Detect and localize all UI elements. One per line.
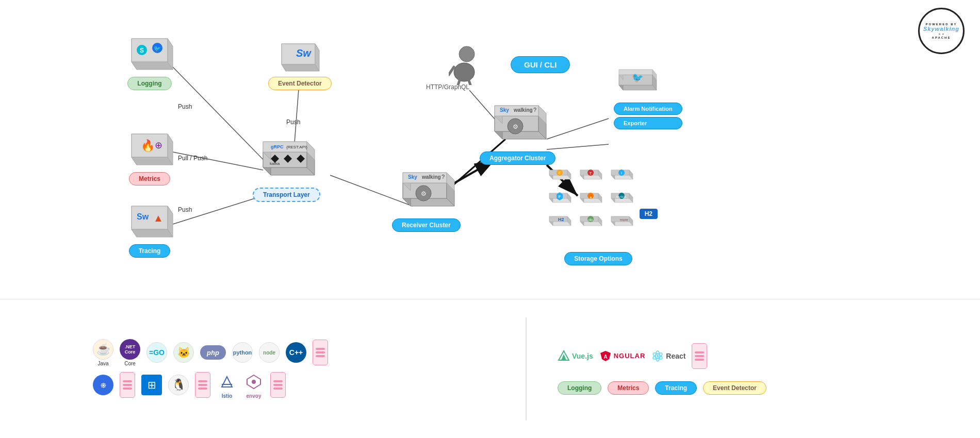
svg-marker-29 — [132, 157, 173, 165]
ui-tech-section: Vue.js A NGULAR — [537, 343, 980, 395]
divider — [526, 317, 527, 420]
linux-tech-item: 🐧 — [168, 375, 189, 395]
java-tech-item: ☕ Java — [93, 339, 113, 366]
ui-more-item — [692, 343, 707, 369]
svg-text:🐦: 🐦 — [632, 72, 644, 83]
svg-text:🔥: 🔥 — [589, 194, 593, 199]
svg-text:walking: walking — [513, 107, 533, 113]
more-tech-item — [313, 340, 328, 365]
svg-text:H2: H2 — [558, 217, 564, 222]
svg-text:MySQL: MySQL — [616, 195, 627, 198]
envoy-more-icon — [270, 372, 286, 398]
svg-line-8 — [547, 119, 609, 139]
legend-tracing: Tracing — [655, 381, 697, 395]
svg-text:S: S — [140, 47, 144, 54]
transport-layer-block: gRPC kafka {REST:API} Transport Layer — [253, 139, 320, 202]
vuejs-label: Vue.js — [572, 352, 593, 360]
ui-frameworks-row: Vue.js A NGULAR — [558, 343, 707, 369]
receiver-cluster-badge: Receiver Cluster — [392, 218, 461, 232]
svg-text:gRPC: gRPC — [271, 144, 284, 149]
metrics-block: 🔥 ⊕ Metrics — [121, 129, 178, 186]
linux-more-icon — [195, 372, 210, 398]
push-label-event: Push — [286, 119, 300, 126]
cpp-icon: C++ — [286, 342, 306, 363]
python-icon: python — [232, 342, 253, 363]
svg-line-9 — [547, 144, 609, 149]
event-detector-block: Sw Event Detector — [268, 41, 332, 90]
svg-text:⊕: ⊕ — [155, 140, 162, 150]
pull-push-label: Pull / Push — [178, 155, 207, 162]
envoy-more-item — [270, 372, 286, 398]
brand-name: Skywalking — [923, 26, 959, 32]
svg-text:🔥: 🔥 — [141, 139, 155, 153]
linux-icon: 🐧 — [168, 375, 189, 395]
metrics-badge: Metrics — [129, 172, 170, 186]
svg-text:Sw: Sw — [137, 212, 149, 221]
svg-text:I: I — [621, 171, 622, 175]
svg-point-167 — [657, 355, 659, 357]
svg-text:Sky: Sky — [408, 174, 417, 180]
platforms-row: ⎈ ⊞ 🐧 — [93, 372, 286, 399]
react-label: React — [666, 352, 685, 360]
k8s-more-item — [120, 372, 135, 398]
react-tech-item: React — [651, 350, 685, 362]
svg-text:kafka: kafka — [270, 161, 280, 166]
legend-section: Logging Metrics Tracing Event Detector — [558, 379, 766, 395]
node-icon: node — [259, 342, 280, 363]
cpp-tech-item: C++ — [286, 342, 306, 363]
envoy-icon — [243, 372, 264, 392]
envoy-label: envoy — [247, 393, 262, 399]
tracing-block: Sw ▲ Tracing — [121, 201, 178, 258]
exporter-badge: Exporter — [614, 117, 682, 129]
gopher-icon: 🐱 — [173, 342, 194, 363]
storage-options-block: E T — [547, 165, 650, 265]
svg-text:?: ? — [442, 174, 445, 180]
svg-marker-36 — [132, 229, 173, 237]
istio-icon — [217, 372, 237, 392]
python-tech-item: python — [232, 342, 253, 363]
svg-point-12 — [459, 46, 475, 62]
aggregator-cluster-block: Sky walking ? ⚙ Aggregator Cluster — [480, 103, 556, 165]
transport-layer-badge: Transport Layer — [253, 188, 320, 202]
linux-more-item — [195, 372, 210, 398]
legend-event-detector: Event Detector — [703, 381, 766, 395]
svg-text:IF: IF — [558, 195, 561, 198]
dotnet-icon: .NETCore — [120, 339, 140, 360]
istio-label: Istio — [222, 393, 233, 399]
vuejs-icon-group: Vue.js — [558, 350, 593, 362]
receiver-cluster-block: Sky walking ? ⚙ Receiver Cluster — [392, 170, 461, 232]
react-icon-group: React — [651, 350, 685, 362]
windows-icon: ⊞ — [141, 375, 162, 395]
windows-tech-item: ⊞ — [141, 375, 162, 395]
svg-point-13 — [454, 63, 475, 81]
svg-text:more: more — [620, 218, 628, 222]
legend-metrics: Metrics — [608, 381, 649, 395]
event-detector-badge: Event Detector — [268, 77, 332, 90]
h2-badge: H2 — [640, 209, 658, 219]
dotnet-tech-item: .NETCore Core — [120, 339, 140, 366]
gui-cli-label: GUI / CLI — [511, 56, 570, 73]
angular-tech-item: A NGULAR — [599, 350, 646, 362]
logging-badge: Logging — [127, 77, 171, 90]
svg-text:E: E — [559, 171, 561, 175]
svg-text:Sw: Sw — [296, 47, 312, 59]
php-tech-item: php — [200, 345, 226, 360]
gui-cli-button[interactable]: GUI / CLI — [511, 54, 570, 73]
languages-row: ☕ Java .NETCore Core =GO 🐱 php — [93, 339, 328, 366]
php-icon: php — [200, 345, 226, 360]
svg-marker-43 — [282, 64, 319, 71]
person-icon-block — [449, 44, 480, 87]
k8s-tech-item: ⎈ — [93, 375, 113, 395]
svg-marker-20 — [132, 62, 173, 70]
svg-text:Sky: Sky — [500, 107, 509, 113]
angular-label: NGULAR — [614, 352, 646, 360]
go-tech-item: =GO — [146, 342, 167, 363]
svg-text:{REST:API}: {REST:API} — [286, 145, 307, 149]
svg-text:db: db — [589, 218, 593, 222]
go-icon: =GO — [146, 342, 167, 363]
svg-text:⚙: ⚙ — [421, 190, 427, 197]
dotnet-label: Core — [124, 361, 136, 366]
logging-block: S 🐦 Logging — [121, 33, 178, 90]
svg-marker-156 — [222, 377, 232, 387]
diagram-area: Push Pull / Push Push Push HTTP/GraphQL … — [0, 0, 980, 299]
